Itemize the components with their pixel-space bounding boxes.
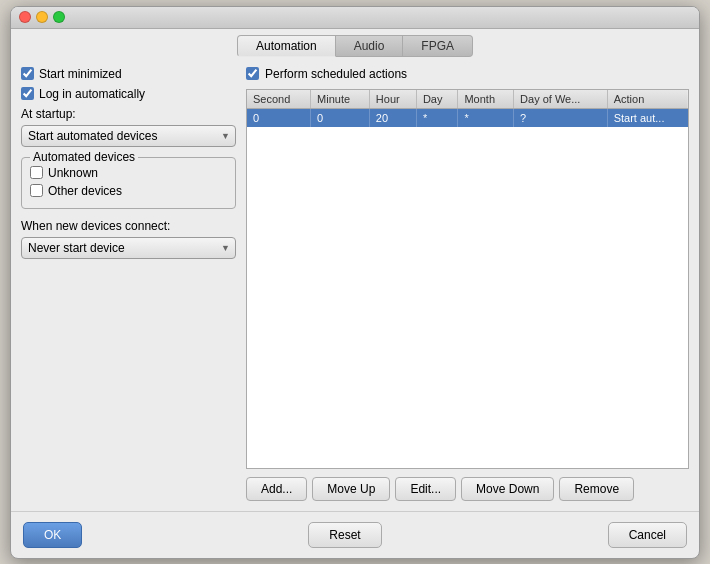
titlebar [11,7,699,29]
left-panel: Start minimized Log in automatically At … [21,67,236,501]
col-hour: Hour [369,90,416,109]
log-in-checkbox[interactable] [21,87,34,100]
other-devices-checkbox[interactable] [30,184,43,197]
perform-checkbox[interactable] [246,67,259,80]
log-in-label: Log in automatically [39,87,145,101]
bottom-bar: OK Reset Cancel [11,511,699,558]
reset-button[interactable]: Reset [308,522,381,548]
schedule-table-container: Second Minute Hour Day Month Day of We..… [246,89,689,469]
tab-bar: Automation Audio FPGA [11,29,699,57]
col-day-of-week: Day of We... [514,90,608,109]
table-buttons: Add... Move Up Edit... Move Down Remove [246,477,689,501]
automated-devices-group: Automated devices Unknown Other devices [21,157,236,209]
cancel-button[interactable]: Cancel [608,522,687,548]
when-new-devices-label: When new devices connect: [21,219,236,233]
cell-action: Start aut... [607,108,688,127]
content-area: Start minimized Log in automatically At … [11,57,699,511]
main-window: Automation Audio FPGA Start minimized Lo… [10,6,700,559]
col-action: Action [607,90,688,109]
cell-hour: 20 [369,108,416,127]
col-second: Second [247,90,311,109]
move-down-button[interactable]: Move Down [461,477,554,501]
col-month: Month [458,90,514,109]
right-panel: Perform scheduled actions Second Minute … [246,67,689,501]
tab-audio[interactable]: Audio [336,35,404,57]
other-devices-label: Other devices [48,184,122,198]
startup-select[interactable]: Start automated devices Do nothing Start… [21,125,236,147]
perform-row: Perform scheduled actions [246,67,689,81]
cell-second: 0 [247,108,311,127]
start-minimized-label: Start minimized [39,67,122,81]
at-startup-label: At startup: [21,107,236,121]
unknown-label: Unknown [48,166,98,180]
edit-button[interactable]: Edit... [395,477,456,501]
automated-devices-label: Automated devices [30,150,138,164]
cell-minute: 0 [311,108,370,127]
never-start-select-container: Never start device Ask Always start devi… [21,237,236,259]
cell-month: * [458,108,514,127]
remove-button[interactable]: Remove [559,477,634,501]
cell-day-of-week: ? [514,108,608,127]
unknown-row: Unknown [30,166,227,180]
unknown-checkbox[interactable] [30,166,43,179]
log-in-row: Log in automatically [21,87,236,101]
minimize-button[interactable] [36,11,48,23]
col-day: Day [416,90,458,109]
table-header-row: Second Minute Hour Day Month Day of We..… [247,90,688,109]
move-up-button[interactable]: Move Up [312,477,390,501]
cell-day: * [416,108,458,127]
schedule-table: Second Minute Hour Day Month Day of We..… [247,90,688,127]
close-button[interactable] [19,11,31,23]
maximize-button[interactable] [53,11,65,23]
ok-button[interactable]: OK [23,522,82,548]
other-devices-row: Other devices [30,184,227,198]
start-minimized-row: Start minimized [21,67,236,81]
perform-label: Perform scheduled actions [265,67,407,81]
traffic-lights [19,11,65,23]
startup-select-container: Start automated devices Do nothing Start… [21,125,236,147]
tab-fpga[interactable]: FPGA [403,35,473,57]
start-minimized-checkbox[interactable] [21,67,34,80]
table-row[interactable]: 0 0 20 * * ? Start aut... [247,108,688,127]
add-button[interactable]: Add... [246,477,307,501]
col-minute: Minute [311,90,370,109]
never-start-select[interactable]: Never start device Ask Always start devi… [21,237,236,259]
tab-automation[interactable]: Automation [237,35,336,57]
